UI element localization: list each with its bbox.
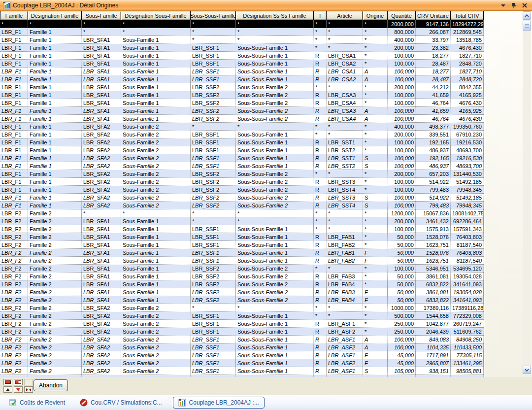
cell[interactable]: LBR_FAB2 xyxy=(327,257,363,264)
cell[interactable]: LBR_F2 xyxy=(0,225,28,233)
cell[interactable]: LBR_SFA2 xyxy=(82,131,121,138)
cell[interactable]: A xyxy=(363,107,388,114)
cell[interactable]: LBR_ASF1 xyxy=(327,367,363,375)
cell[interactable]: LBR_F2 xyxy=(0,233,28,240)
cell[interactable]: R xyxy=(314,99,327,106)
table-row[interactable]: LBR_F1Famille 1LBR_SFA1Sous-Famille 1LBR… xyxy=(0,99,484,107)
cell[interactable]: Famille 1 xyxy=(28,154,82,162)
table-row[interactable]: LBR_F1Famille 1*******800,000266,0872128… xyxy=(0,28,484,36)
cell[interactable]: LBR_SFA1 xyxy=(82,44,121,51)
cell[interactable]: LBR_SFA1 xyxy=(82,241,121,248)
cell[interactable]: Sous-Sous-Famille 1 xyxy=(236,367,314,375)
cell[interactable]: LBR_SFA1 xyxy=(82,99,121,106)
cell[interactable]: LBR_F1 xyxy=(0,107,28,114)
cell[interactable]: LBR_SFA1 xyxy=(82,265,121,272)
cell[interactable]: 100,000 xyxy=(388,115,416,122)
table-row[interactable]: LBR_F2Famille 2LBR_SFA1Sous-Famille 1LBR… xyxy=(0,249,484,257)
collapse-level-button[interactable] xyxy=(14,379,23,385)
cell[interactable]: LBR_CSA3 xyxy=(327,107,363,114)
cell[interactable]: LBR_F1 xyxy=(0,60,28,67)
cell[interactable]: Sous-Famille 1 xyxy=(121,296,191,304)
table-row[interactable]: LBR_F2Famille 2LBR_SFA2Sous-Famille 2LBR… xyxy=(0,343,484,351)
cell[interactable]: * xyxy=(363,328,388,335)
cell[interactable]: F xyxy=(363,359,388,367)
cell[interactable]: Sous-Famille 2 xyxy=(121,359,191,367)
cell[interactable]: R xyxy=(314,115,327,122)
cell[interactable]: LBR_SSF2 xyxy=(191,170,236,177)
cell[interactable]: 19216,530 xyxy=(451,154,484,162)
cell[interactable]: Sous-Famille 1 xyxy=(121,288,191,296)
cell[interactable]: LBR_SFA2 xyxy=(82,312,121,319)
cell[interactable]: Famille 2 xyxy=(28,304,82,311)
cell[interactable]: LBR_SSF1 xyxy=(191,320,236,327)
cell[interactable]: Sous-Famille 1 xyxy=(121,217,191,225)
cell[interactable]: Sous-Sous-Famille 1 xyxy=(236,162,314,170)
cell[interactable]: * xyxy=(191,304,236,311)
cell[interactable]: * xyxy=(82,20,121,28)
cell[interactable]: 2848,720 xyxy=(451,60,484,67)
cell[interactable]: * xyxy=(191,20,236,28)
cell[interactable]: LBR_CSA1 xyxy=(327,52,363,59)
cell[interactable]: Famille 2 xyxy=(28,288,82,296)
cell[interactable]: 28,487 xyxy=(416,75,451,83)
cell[interactable]: LBR_ASF1 xyxy=(327,320,363,327)
cell[interactable]: LBR_SFA1 xyxy=(82,217,121,225)
cell[interactable]: Sous-Sous-Famille 1 xyxy=(236,44,314,51)
cell[interactable]: LBR_SFA1 xyxy=(82,91,121,99)
cell[interactable]: Sous-Famille 1 xyxy=(121,52,191,59)
table-row[interactable]: LBR_F2Famille 2LBR_SFA1Sous-Famille 1LBR… xyxy=(0,288,484,296)
cell[interactable]: Famille 2 xyxy=(28,273,82,280)
cell[interactable]: 100,000 xyxy=(388,60,416,67)
cell[interactable]: LBR_SSF1 xyxy=(191,131,236,138)
cell[interactable]: LBR_SFA2 xyxy=(82,343,121,351)
cell[interactable]: LBR_SSF1 xyxy=(191,249,236,256)
cell[interactable]: Sous-Sous-Famille 1 xyxy=(236,351,314,359)
cell[interactable]: F xyxy=(363,288,388,296)
cell[interactable]: 15067,836 xyxy=(416,209,451,217)
cell[interactable]: * xyxy=(327,131,363,138)
cell[interactable]: * xyxy=(314,20,327,28)
cell[interactable]: LBR_SFA2 xyxy=(82,328,121,335)
cell[interactable]: Sous-Sous-Famille 1 xyxy=(236,138,314,146)
cell[interactable]: LBR_F1 xyxy=(0,131,28,138)
cell[interactable]: 1042,877 xyxy=(416,320,451,327)
table-row[interactable]: LBR_F2Famille 2LBR_SFA2Sous-Famille 2LBR… xyxy=(0,367,484,375)
cell[interactable]: LBR_F1 xyxy=(0,28,28,35)
cell[interactable]: 1200,000 xyxy=(388,209,416,217)
cell[interactable]: Sous-Sous-Famille 1 xyxy=(236,328,314,335)
cell[interactable]: * xyxy=(314,304,327,311)
cell[interactable]: * xyxy=(363,123,388,130)
cell[interactable]: R xyxy=(314,154,327,162)
tab-couts-de-revient[interactable]: Coûts de Revient xyxy=(5,397,69,408)
cell[interactable]: 46,764 xyxy=(416,115,451,122)
cell[interactable]: Famille 2 xyxy=(28,209,82,217)
cell[interactable]: LBR_F1 xyxy=(0,170,28,177)
cell[interactable]: Sous-Famille 1 xyxy=(121,273,191,280)
cell[interactable]: 157591,343 xyxy=(451,225,484,233)
cell[interactable]: F xyxy=(363,296,388,304)
cell[interactable]: Sous-Sous-Famille 1 xyxy=(236,241,314,248)
cell[interactable]: 200,000 xyxy=(388,217,416,225)
cell[interactable]: LBR_CSA2 xyxy=(327,75,363,83)
cell[interactable]: 133461,295 xyxy=(451,359,484,367)
cell[interactable]: LBR_FAB4 xyxy=(327,280,363,288)
cell[interactable]: * xyxy=(236,123,314,130)
cell[interactable]: LBR_SSF1 xyxy=(191,52,236,59)
cell[interactable]: Famille 2 xyxy=(28,225,82,233)
cell[interactable]: Sous-Sous-Famille 1 xyxy=(236,336,314,343)
cell[interactable]: S xyxy=(363,367,388,375)
cell[interactable]: Sous-Famille 1 xyxy=(121,265,191,272)
cell[interactable]: * xyxy=(314,312,327,319)
table-row[interactable]: LBR_F2Famille 2LBR_SFA1Sous-Famille 1LBR… xyxy=(0,280,484,288)
table-row[interactable]: LBR_F1Famille 1LBR_SFA2Sous-Famille 2LBR… xyxy=(0,202,484,209)
cell[interactable]: LBR_F1 xyxy=(0,91,28,99)
cell[interactable]: LBR_F1 xyxy=(0,75,28,83)
cell[interactable]: A xyxy=(363,68,388,75)
cell[interactable]: LBR_F2 xyxy=(0,288,28,296)
cell[interactable]: Sous-Sous-Famille 2 xyxy=(236,170,314,177)
window-menu-arrow-icon[interactable] xyxy=(499,2,506,9)
cell[interactable]: LBR_SSF1 xyxy=(191,257,236,264)
column-header-t[interactable]: T xyxy=(314,11,327,20)
cell[interactable]: LBR_SFA1 xyxy=(82,83,121,91)
cell[interactable]: R xyxy=(314,202,327,209)
